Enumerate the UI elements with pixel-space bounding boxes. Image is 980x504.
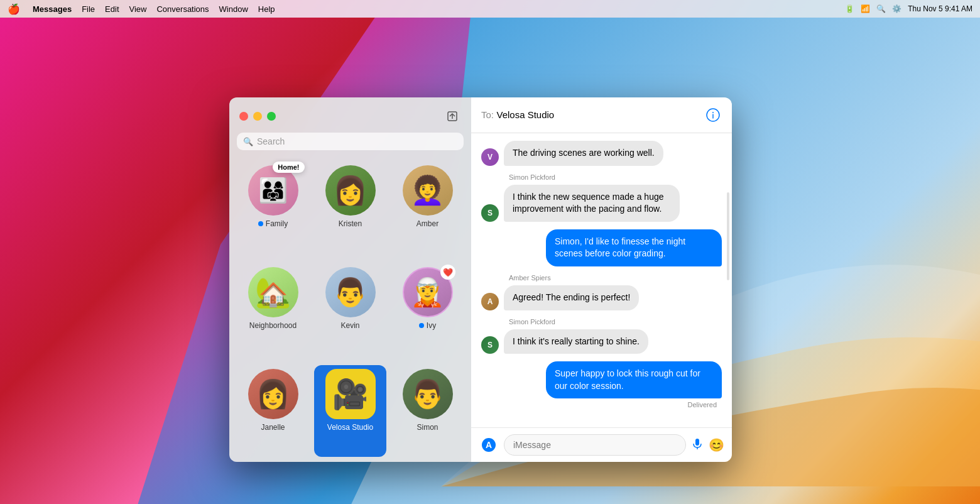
contact-item-ivy[interactable]: 🧝 ❤️ Ivy xyxy=(391,263,464,355)
contact-item-amber[interactable]: 👩‍🦱 Amber xyxy=(391,162,464,253)
avatar-janelle: 👩 xyxy=(248,369,298,419)
contact-item-simon[interactable]: 👨 Simon xyxy=(391,365,464,457)
message-row-1: V The driving scenes are working well. xyxy=(481,141,722,166)
avatar-ivy-wrapper: 🧝 ❤️ xyxy=(403,267,453,317)
contact-item-kristen[interactable]: 👩 Kristen xyxy=(314,162,386,253)
message-group-5: Simon Pickford S I think it's really sta… xyxy=(481,318,722,354)
contacts-grid: 👨‍👩‍👧 Home! Family 👩 Kristen xyxy=(229,156,471,462)
search-placeholder: Search xyxy=(257,136,285,146)
message-row-3: Simon, I'd like to finesse the night sce… xyxy=(481,229,722,266)
menu-view[interactable]: View xyxy=(129,4,147,14)
avatar-velosa: 🎥 xyxy=(325,369,376,419)
heart-badge: ❤️ xyxy=(440,265,455,280)
search-bar[interactable]: 🔍 Search xyxy=(237,133,464,150)
unread-dot-family xyxy=(258,221,263,226)
svg-text:A: A xyxy=(486,440,492,450)
avatar-neighborhood-wrapper: 🏡 xyxy=(248,267,298,317)
bubble-1: The driving scenes are working well. xyxy=(504,141,663,166)
avatar-kristen: 👩 xyxy=(325,165,376,216)
message-group-2: Simon Pickford S I think the new sequenc… xyxy=(481,173,722,222)
chat-to-line: To: Velosa Studio xyxy=(481,109,554,121)
message-group-4: Amber Spiers A Agreed! The ending is per… xyxy=(481,274,722,310)
contact-name-neighborhood: Neighborhood xyxy=(249,321,297,330)
contact-name-simon: Simon xyxy=(416,423,438,432)
menu-file[interactable]: File xyxy=(82,4,95,14)
message-row-5: S I think it's really starting to shine. xyxy=(481,329,722,354)
msg-avatar-amber: A xyxy=(481,293,499,310)
bubble-4: Agreed! The ending is perfect! xyxy=(504,285,639,310)
svg-point-4 xyxy=(712,112,714,113)
bubble-2: I think the new sequence made a huge imp… xyxy=(504,185,680,222)
app-name[interactable]: Messages xyxy=(33,4,72,14)
menubar-right: 🔋 📶 🔍 ⚙️ Thu Nov 5 9:41 AM xyxy=(845,4,972,13)
sidebar: 🔍 Search 👨‍👩‍👧 Home! Family xyxy=(229,97,471,462)
control-center-icon[interactable]: ⚙️ xyxy=(892,4,901,13)
datetime: Thu Nov 5 9:41 AM xyxy=(908,4,972,13)
maximize-button[interactable] xyxy=(267,112,276,121)
message-group-1: V The driving scenes are working well. xyxy=(481,141,722,166)
app-store-button[interactable]: A xyxy=(479,435,499,455)
contact-name-row-ivy: Ivy xyxy=(419,321,436,330)
bubble-5: I think it's really starting to shine. xyxy=(504,329,648,354)
menu-help[interactable]: Help xyxy=(258,4,275,14)
apple-menu[interactable]: 🍎 xyxy=(8,3,20,15)
message-input[interactable] xyxy=(504,434,686,456)
avatar-simon-wrapper: 👨 xyxy=(403,369,453,419)
contact-name-ivy: Ivy xyxy=(427,321,436,330)
menu-window[interactable]: Window xyxy=(219,4,248,14)
battery-icon: 🔋 xyxy=(845,4,854,13)
avatar-simon: 👨 xyxy=(403,369,453,419)
contact-name-kristen: Kristen xyxy=(339,219,362,228)
chat-to-name: Velosa Studio xyxy=(496,109,554,120)
message-row-2: S I think the new sequence made a huge i… xyxy=(481,185,722,222)
message-group-3: Simon, I'd like to finesse the night sce… xyxy=(481,229,722,266)
chat-to-label: To: xyxy=(481,109,494,120)
audio-input-button[interactable] xyxy=(691,437,704,452)
menubar: 🍎 Messages File Edit View Conversations … xyxy=(0,0,980,18)
sender-name-simon-2: Simon Pickford xyxy=(509,318,722,326)
message-row-6: Super happy to lock this rough cut for o… xyxy=(481,361,722,398)
contact-item-neighborhood[interactable]: 🏡 Neighborhood xyxy=(237,263,309,355)
contact-item-janelle[interactable]: 👩 Janelle xyxy=(237,365,309,457)
avatar-neighborhood: 🏡 xyxy=(248,267,298,317)
contact-name-kevin: Kevin xyxy=(340,321,359,330)
contact-name-janelle: Janelle xyxy=(261,423,285,432)
sender-name-amber: Amber Spiers xyxy=(509,274,722,282)
chat-header: To: Velosa Studio xyxy=(471,97,732,133)
compose-button[interactable] xyxy=(444,107,461,125)
svg-rect-7 xyxy=(695,439,699,446)
avatar-janelle-wrapper: 👩 xyxy=(248,369,298,419)
minimize-button[interactable] xyxy=(253,112,262,121)
message-group-6: Super happy to lock this rough cut for o… xyxy=(481,361,722,408)
avatar-kevin: 👨 xyxy=(325,267,376,317)
traffic-lights xyxy=(239,112,276,121)
avatar-velosa-wrapper: 🎥 xyxy=(325,369,376,419)
avatar-amber-wrapper: 👩‍🦱 xyxy=(403,165,453,216)
contact-item-kevin[interactable]: 👨 Kevin xyxy=(314,263,386,355)
scroll-indicator xyxy=(727,192,729,280)
contact-name-family: Family xyxy=(266,219,288,228)
menu-conversations[interactable]: Conversations xyxy=(156,4,209,14)
contact-item-velosa[interactable]: 🎥 Velosa Studio xyxy=(314,365,386,457)
close-button[interactable] xyxy=(239,112,248,121)
msg-avatar-simon-2: S xyxy=(481,336,499,354)
search-menu-icon[interactable]: 🔍 xyxy=(876,4,886,13)
emoji-button[interactable]: 😊 xyxy=(709,437,724,452)
avatar-family: 👨‍👩‍👧 xyxy=(248,165,298,216)
sender-name-simon-1: Simon Pickford xyxy=(509,173,722,181)
message-row-4: A Agreed! The ending is perfect! xyxy=(481,285,722,310)
bubble-3: Simon, I'd like to finesse the night sce… xyxy=(546,229,722,266)
chat-info-button[interactable] xyxy=(704,106,722,124)
avatar-amber: 👩‍🦱 xyxy=(403,165,453,216)
chat-panel: To: Velosa Studio V The driving scenes a… xyxy=(471,97,732,462)
menu-edit[interactable]: Edit xyxy=(105,4,119,14)
wifi-icon: 📶 xyxy=(861,4,870,13)
bubble-6: Super happy to lock this rough cut for o… xyxy=(546,361,722,398)
menubar-left: 🍎 Messages File Edit View Conversations … xyxy=(8,3,275,15)
delivered-status: Delivered xyxy=(481,401,717,408)
unread-dot-ivy xyxy=(419,323,424,328)
search-icon: 🔍 xyxy=(243,137,253,146)
sidebar-header xyxy=(229,97,471,130)
avatar-kevin-wrapper: 👨 xyxy=(325,267,376,317)
contact-item-family[interactable]: 👨‍👩‍👧 Home! Family xyxy=(237,162,309,253)
